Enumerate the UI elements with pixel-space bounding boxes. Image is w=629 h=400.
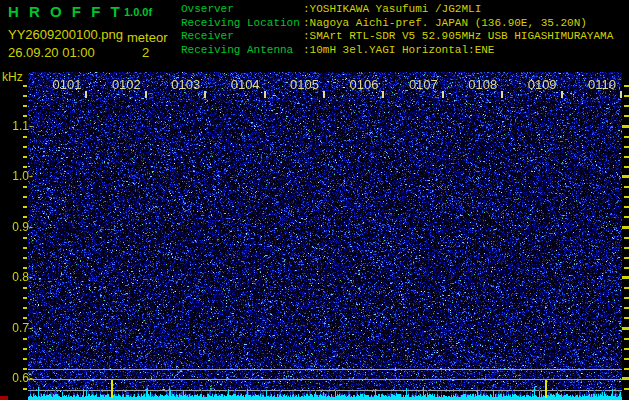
freq-label: 1.1-: [0, 120, 33, 132]
time-tick: [204, 91, 206, 98]
time-label: 0103: [160, 78, 200, 91]
freq-minor-tick-right: [624, 186, 629, 188]
freq-label: 0.6-: [0, 372, 33, 384]
freq-minor-tick-left: [23, 186, 27, 188]
freq-minor-tick-left: [23, 317, 27, 319]
freq-minor-tick-left: [23, 95, 27, 97]
freq-axis-unit: kHz: [2, 70, 23, 84]
freq-minor-tick-left: [23, 338, 27, 340]
freq-minor-tick-left: [23, 297, 27, 299]
time-label: 0109: [517, 78, 557, 91]
time-tick: [442, 91, 444, 98]
freq-minor-tick-right: [624, 156, 629, 158]
freq-minor-tick-left: [23, 237, 27, 239]
freq-minor-tick-left: [23, 368, 27, 370]
freq-minor-tick-right: [624, 317, 629, 319]
obs-label: Receiving Antenna: [181, 44, 303, 58]
freq-minor-tick-left: [23, 348, 27, 350]
time-tick: [382, 91, 384, 98]
obs-value: :SMArt RTL-SDR V5 52.905MHz USB HIGASHIM…: [303, 30, 613, 44]
freq-major-tick-right: [622, 175, 629, 178]
freq-minor-tick-left: [23, 267, 27, 269]
time-tick: [264, 91, 266, 98]
freq-minor-tick-left: [23, 146, 27, 148]
freq-major-tick-right: [622, 125, 629, 128]
freq-minor-tick-right: [624, 287, 629, 289]
freq-minor-tick-right: [624, 368, 629, 370]
mode-label: meteor: [127, 30, 167, 45]
freq-minor-tick-left: [23, 136, 27, 138]
level-indicator-bar: [0, 396, 8, 400]
freq-minor-tick-left: [23, 115, 27, 117]
freq-major-tick-right: [622, 226, 629, 229]
freq-minor-tick-left: [23, 156, 27, 158]
freq-minor-tick-left: [23, 307, 27, 309]
time-label: 0107: [398, 78, 438, 91]
time-label: 0104: [220, 78, 260, 91]
freq-minor-tick-right: [624, 348, 629, 350]
spectrogram-canvas: [28, 72, 622, 400]
time-label: 0105: [279, 78, 319, 91]
freq-minor-tick-left: [23, 257, 27, 259]
freq-minor-tick-right: [624, 307, 629, 309]
obs-value: :10mH 3el.YAGI Horizontal:ENE: [303, 44, 494, 58]
observation-info: Ovserver:YOSHIKAWA Yasufumi /JG2MLI Rece…: [181, 3, 613, 57]
time-tick: [561, 91, 563, 98]
obs-value: :Nagoya Aichi-pref. JAPAN (136.90E, 35.2…: [303, 17, 587, 31]
time-label: 0102: [101, 78, 141, 91]
freq-minor-tick-left: [23, 388, 27, 390]
obs-label: Receiving Location: [181, 17, 303, 31]
time-tick: [323, 91, 325, 98]
freq-minor-tick-right: [624, 146, 629, 148]
freq-minor-tick-right: [624, 206, 629, 208]
freq-minor-tick-right: [624, 136, 629, 138]
output-filename: YY2609200100.png: [8, 27, 123, 42]
freq-minor-tick-left: [23, 247, 27, 249]
freq-minor-tick-right: [624, 247, 629, 249]
freq-minor-tick-right: [624, 358, 629, 360]
time-tick: [501, 91, 503, 98]
freq-minor-tick-right: [624, 338, 629, 340]
time-tick: [620, 91, 622, 98]
freq-minor-tick-right: [624, 388, 629, 390]
freq-major-tick-right: [622, 327, 629, 330]
freq-minor-tick-right: [624, 115, 629, 117]
obs-label: Ovserver: [181, 3, 303, 17]
freq-minor-tick-right: [624, 105, 629, 107]
freq-minor-tick-left: [23, 196, 27, 198]
freq-label: 0.9-: [0, 221, 33, 233]
freq-minor-tick-left: [23, 206, 27, 208]
obs-row-location: Receiving Location:Nagoya Aichi-pref. JA…: [181, 17, 613, 31]
obs-label: Receiver: [181, 30, 303, 44]
freq-minor-tick-right: [624, 267, 629, 269]
obs-row-observer: Ovserver:YOSHIKAWA Yasufumi /JG2MLI: [181, 3, 613, 17]
freq-major-tick-right: [622, 377, 629, 380]
freq-minor-tick-right: [624, 166, 629, 168]
freq-label: 0.8-: [0, 271, 33, 283]
freq-minor-tick-right: [624, 237, 629, 239]
freq-label: 1.0-: [0, 170, 33, 182]
freq-minor-tick-left: [23, 166, 27, 168]
obs-value: :YOSHIKAWA Yasufumi /JG2MLI: [303, 3, 481, 17]
observation-datetime: 26.09.20 01:00: [8, 45, 95, 60]
time-label: 0106: [338, 78, 378, 91]
freq-minor-tick-left: [23, 287, 27, 289]
hrofft-window: H R O F F T 1.0.0f YY2609200100.png mete…: [0, 0, 629, 400]
freq-label: 0.7-: [0, 322, 33, 334]
freq-minor-tick-right: [624, 95, 629, 97]
freq-minor-tick-left: [23, 216, 27, 218]
freq-minor-tick-right: [624, 297, 629, 299]
time-label: 0108: [457, 78, 497, 91]
time-tick: [85, 91, 87, 98]
freq-minor-tick-left: [23, 105, 27, 107]
time-tick: [145, 91, 147, 98]
freq-major-tick-right: [622, 276, 629, 279]
freq-minor-tick-right: [624, 85, 629, 87]
freq-minor-tick-right: [624, 257, 629, 259]
time-label: 0110: [576, 78, 616, 91]
app-title: H R O F F T: [8, 3, 123, 20]
freq-minor-tick-right: [624, 196, 629, 198]
freq-minor-tick-left: [23, 358, 27, 360]
obs-row-antenna: Receiving Antenna:10mH 3el.YAGI Horizont…: [181, 44, 613, 58]
freq-minor-tick-left: [23, 85, 27, 87]
